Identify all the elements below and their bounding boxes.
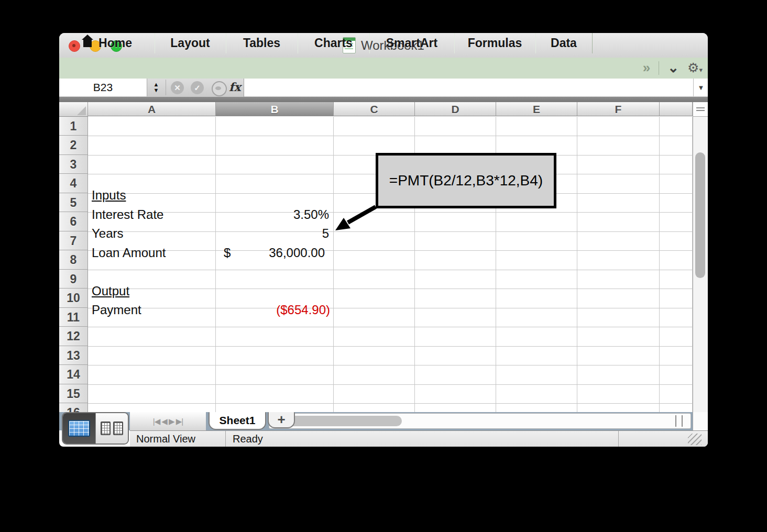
row-header-12[interactable]: 12 [59, 327, 88, 346]
tab-tables-label: Tables [243, 36, 280, 50]
formula-builder-icon[interactable] [212, 81, 227, 96]
tab-formulas[interactable]: Formulas [454, 33, 536, 53]
confirm-entry-icon[interactable]: ✓ [191, 81, 204, 94]
home-icon [82, 39, 93, 48]
formula-bar-dropdown-icon[interactable]: ▼ [693, 79, 708, 96]
gear-dropdown-icon: ▾ [699, 66, 703, 74]
gridline [88, 327, 693, 327]
view-mode-label: Normal View [136, 431, 195, 447]
row-header-4[interactable]: 4 [59, 174, 88, 193]
vertical-split-handle-icon[interactable] [693, 102, 708, 117]
vertical-scrollbar[interactable] [693, 102, 708, 412]
row-header-10[interactable]: 10 [59, 289, 88, 308]
ready-status-label: Ready [233, 431, 263, 447]
normal-view-button[interactable] [63, 413, 95, 444]
cell-A2[interactable]: Interest Rate [92, 205, 163, 225]
column-header-partial[interactable] [660, 102, 693, 116]
view-switcher [62, 412, 129, 445]
cell-B4[interactable]: 36,000.00 [216, 243, 325, 263]
sheet-nav-arrows[interactable]: |◀ ◀ ▶ ▶| [130, 412, 206, 430]
window-resize-grip-icon[interactable] [688, 434, 702, 445]
insert-function-fx-icon[interactable]: fx [229, 80, 241, 94]
gear-menu[interactable]: ⚙▾ [687, 60, 703, 75]
stepper-down-icon: ▼ [154, 87, 159, 93]
cancel-entry-icon[interactable]: ✕ [171, 81, 184, 94]
gridline [215, 117, 216, 413]
normal-view-grid-icon [68, 420, 90, 437]
row-header-1[interactable]: 1 [59, 117, 88, 136]
gridline [333, 117, 334, 413]
tab-data-label: Data [551, 36, 577, 50]
add-sheet-button[interactable]: + [268, 412, 295, 428]
row-header-8[interactable]: 8 [59, 250, 88, 270]
cell-A3[interactable]: Years [92, 224, 124, 243]
row-header-3[interactable]: 3 [59, 155, 88, 174]
scrollbar-corner [693, 412, 708, 430]
cell-A1[interactable]: Inputs [92, 186, 126, 205]
cell-B7[interactable]: ($654.90) [216, 301, 330, 320]
cell-A7[interactable]: Payment [92, 301, 141, 320]
gridline [659, 117, 660, 413]
formula-bar: B23 ▲ ▼ ✕ ✓ fx ▼ [59, 79, 708, 97]
column-header-A[interactable]: A [88, 102, 216, 116]
row-header-13[interactable]: 13 [59, 346, 88, 365]
toolbar-grid-separator [59, 97, 708, 102]
cell-B2[interactable]: 3.50% [216, 205, 329, 225]
tab-home[interactable]: Home [59, 33, 155, 53]
name-box-stepper[interactable]: ▲ ▼ [149, 80, 163, 95]
page-layout-icon [101, 422, 111, 435]
tab-formulas-label: Formulas [468, 36, 522, 50]
gridline [88, 365, 693, 365]
horizontal-split-handle-icon[interactable] [675, 415, 683, 427]
gear-icon: ⚙ [687, 60, 699, 75]
row-header-11[interactable]: 11 [59, 308, 88, 327]
formula-input[interactable] [244, 79, 699, 96]
column-header-E[interactable]: E [496, 102, 577, 116]
row-header-9[interactable]: 9 [59, 270, 88, 289]
gridline [88, 346, 693, 347]
excel-window: Workbook1 Home Layout Tables Charts Smar… [59, 33, 708, 447]
cell-A6[interactable]: Output [92, 282, 129, 301]
row-header-15[interactable]: 15 [59, 384, 88, 404]
divider [225, 431, 226, 447]
gridline [88, 250, 693, 251]
tab-smartart[interactable]: SmartArt [369, 33, 455, 53]
formula-callout-box[interactable]: =PMT(B2/12,B3*12,B4) [376, 153, 556, 208]
divider [659, 61, 659, 75]
vertical-scrollbar-thumb[interactable] [695, 152, 705, 278]
divider [166, 80, 166, 95]
page-layout-view-button[interactable] [95, 413, 128, 444]
tab-layout-label: Layout [170, 36, 210, 50]
ribbon-overflow-icon[interactable]: » [643, 60, 650, 76]
row-header-6[interactable]: 6 [59, 212, 88, 231]
name-box[interactable]: B23 [59, 79, 147, 96]
column-header-C[interactable]: C [334, 102, 415, 116]
collapse-ribbon-icon[interactable]: ⌄ [667, 60, 679, 76]
tab-data[interactable]: Data [535, 33, 593, 53]
gridline [88, 403, 693, 404]
row-header-7[interactable]: 7 [59, 231, 88, 251]
row-header-14[interactable]: 14 [59, 365, 88, 384]
divider [618, 431, 619, 447]
column-header-F[interactable]: F [577, 102, 660, 116]
gridline [88, 308, 693, 308]
gridline [88, 212, 693, 213]
cell-A4[interactable]: Loan Amount [92, 243, 166, 263]
tab-charts-label: Charts [314, 36, 353, 50]
gridline [88, 270, 693, 270]
cell-B3[interactable]: 5 [216, 224, 329, 243]
gridline [88, 384, 693, 385]
tab-layout[interactable]: Layout [155, 33, 226, 53]
tab-tables[interactable]: Tables [226, 33, 298, 53]
row-header-16[interactable]: 16 [59, 403, 88, 412]
column-header-B[interactable]: B [216, 102, 334, 116]
horizontal-scrollbar-thumb[interactable] [276, 416, 402, 426]
select-all-corner[interactable] [59, 102, 88, 117]
row-header-2[interactable]: 2 [59, 136, 88, 155]
sheet-tab-sheet1[interactable]: Sheet1 [209, 412, 266, 430]
ribbon-extra-controls: » ⌄ ⚙▾ [592, 58, 708, 78]
row-header-5[interactable]: 5 [59, 193, 88, 213]
column-header-D[interactable]: D [415, 102, 496, 116]
tab-charts[interactable]: Charts [298, 33, 370, 53]
spreadsheet-grid[interactable]: Inputs Interest Rate 3.50% Years 5 Loan … [59, 102, 693, 412]
